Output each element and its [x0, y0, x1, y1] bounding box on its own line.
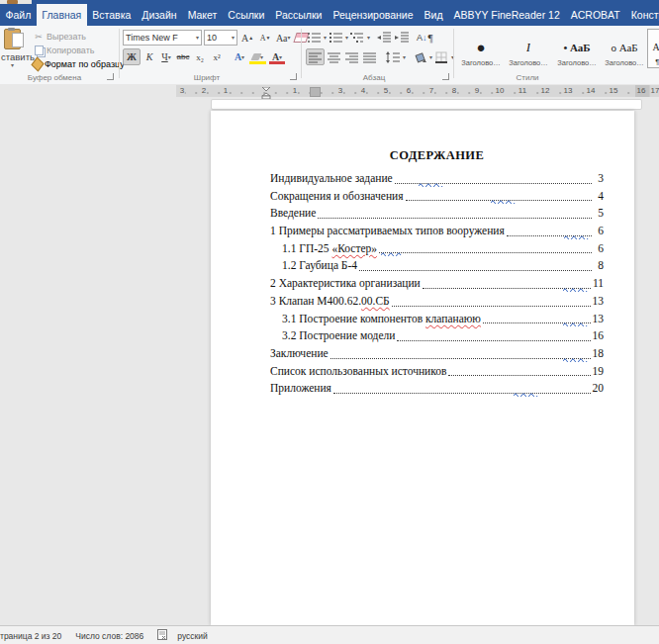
tab-home[interactable]: Главная: [37, 4, 87, 26]
align-left-button[interactable]: [306, 48, 325, 65]
tab-constructor[interactable]: Конструктор: [625, 4, 659, 26]
ruler-number: 12: [540, 85, 551, 97]
style-item-heading1[interactable]: ● Заголово…: [457, 29, 505, 68]
toc-entry-text: 2 Характеристика организации: [270, 275, 421, 293]
format-painter-button[interactable]: Формат по образцу: [33, 57, 118, 71]
document-body: СОДЕРЖАНИЕ Индивидуальное задание 3 Сокр…: [211, 111, 634, 398]
style-preview: о АаБ: [611, 37, 637, 58]
toc-page-number: 18: [593, 345, 605, 363]
italic-button[interactable]: К: [141, 49, 157, 64]
style-item-heading2[interactable]: I Заголово…: [506, 29, 551, 68]
dot-leader: [330, 357, 591, 359]
style-item-heading3[interactable]: • АаБ Заголово…: [552, 29, 602, 68]
tab-mailings[interactable]: Рассылки: [270, 4, 328, 26]
grammar-wavy-underline: [563, 287, 589, 292]
numbered-list-button[interactable]: [328, 30, 344, 45]
ruler-number: 9: [474, 85, 480, 97]
font-color-button[interactable]: А ▾: [268, 49, 286, 64]
toc-row: 3 Клапан М400.62. 00.СБ 13: [270, 293, 604, 311]
superscript-button[interactable]: х²: [209, 49, 225, 64]
style-item-heading4[interactable]: о АаБ Заголово…: [603, 29, 646, 68]
toc-row: Индивидуальное задание 3: [270, 170, 604, 188]
style-item-normal[interactable]: АаБбВвГг, ¶ Обычный: [647, 29, 659, 68]
ruler-number: 10: [495, 85, 506, 97]
tab-references[interactable]: Ссылки: [223, 4, 270, 26]
ruler-number: 8: [451, 85, 457, 97]
shading-button[interactable]: [412, 49, 428, 64]
justify-button[interactable]: [361, 49, 378, 64]
toc-page-number: 13: [593, 311, 605, 328]
toc-row: Список использованных источников 19: [270, 363, 604, 381]
ruler-number: 15: [609, 85, 619, 97]
group-paragraph: ▾ ▾ ▾ А↓ ¶: [304, 26, 452, 83]
cut-button[interactable]: ✂ Вырезать: [33, 30, 118, 44]
shading-caret-icon: ▾: [429, 54, 432, 60]
copy-button[interactable]: Копировать: [33, 44, 118, 57]
strikethrough-button[interactable]: abc: [175, 49, 191, 64]
word-count[interactable]: Число слов: 2086: [75, 631, 143, 641]
style-label: ¶ Обычный: [655, 57, 659, 66]
increase-indent-button[interactable]: [394, 30, 411, 45]
highlight-color-button[interactable]: ▾: [248, 49, 267, 64]
copy-label: Копировать: [47, 46, 94, 55]
grow-font-letter: А: [241, 33, 248, 44]
ruler-tab-stop-marker[interactable]: [310, 87, 321, 97]
line-spacing-button[interactable]: [385, 49, 402, 64]
tab-abbyy-finereader[interactable]: ABBYY FineReader 12: [448, 4, 565, 26]
paste-button[interactable]: ставить ▾: [1, 29, 31, 78]
font-family-combo[interactable]: Times New F ▾: [123, 30, 202, 46]
show-paragraph-marks-button[interactable]: ¶: [428, 32, 433, 44]
tab-insert[interactable]: Вставка: [87, 4, 137, 26]
dot-leader: [395, 182, 592, 184]
toc-entry-text: Заключение: [270, 345, 329, 363]
grow-font-button[interactable]: А▲: [239, 31, 255, 46]
paragraph-dialog-launcher[interactable]: [442, 73, 449, 80]
font-size-combo[interactable]: 10 ▾: [204, 30, 237, 46]
dot-leader: [483, 322, 591, 323]
style-label: Заголово…: [509, 58, 547, 67]
underline-button[interactable]: Ч▾: [158, 49, 174, 64]
font-dialog-launcher[interactable]: [290, 73, 297, 80]
grammar-wavy-underline: [563, 322, 589, 326]
borders-button[interactable]: [433, 49, 450, 64]
toc-entry-text: 1 Примеры рассматриваемых типов вооружен…: [270, 223, 505, 240]
shrink-font-button[interactable]: А▼: [257, 31, 273, 46]
sort-button[interactable]: А↓: [417, 33, 427, 43]
language-indicator[interactable]: русский: [177, 631, 208, 641]
cut-label: Вырезать: [47, 32, 86, 42]
change-case-button[interactable]: Аа▾: [275, 31, 292, 46]
toc-page-number: 5: [594, 205, 604, 223]
toc-entry-text: Индивидуальное задание: [270, 170, 393, 188]
clipboard-dialog-launcher[interactable]: [107, 73, 114, 80]
text-effects-button[interactable]: А▾: [232, 49, 247, 64]
toc-entry-text: 1.2 Гаубица Б-4: [282, 257, 357, 275]
tab-view[interactable]: Вид: [419, 4, 448, 26]
group-styles: ● Заголово… I Заголово… • АаБ Заголово… …: [455, 26, 659, 83]
subscript-button[interactable]: х₂: [192, 49, 208, 64]
ruler-number: 16: [636, 85, 647, 97]
toc-entry-text: 3.2 Построение модели: [282, 327, 395, 345]
ribbon: ставить ▾ ✂ Вырезать Копировать Формат п…: [0, 26, 659, 85]
document-page[interactable]: СОДЕРЖАНИЕ Индивидуальное задание 3 Сокр…: [211, 111, 634, 625]
proofing-status-icon[interactable]: [157, 628, 167, 643]
toc-page-number: 4: [594, 188, 604, 206]
bullet-list-button[interactable]: [306, 30, 323, 45]
sort-arrow-icon: ↓: [423, 33, 427, 43]
tab-design[interactable]: Дизайн: [137, 4, 182, 26]
tab-layout[interactable]: Макет: [182, 4, 223, 26]
tab-review[interactable]: Рецензирование: [328, 4, 419, 26]
bullet-list-caret-icon: ▾: [324, 35, 327, 41]
font-size-caret-icon: ▾: [232, 35, 235, 41]
bold-button[interactable]: Ж: [123, 48, 141, 65]
decrease-indent-button[interactable]: [376, 30, 393, 45]
ruler-number: 14: [586, 85, 597, 97]
align-right-button[interactable]: [343, 49, 360, 64]
toc-page-number: 20: [593, 380, 605, 398]
ruler-number: 17: [650, 85, 659, 97]
page-indicator[interactable]: траница 2 из 20: [0, 631, 61, 641]
tab-acrobat[interactable]: ACROBAT: [565, 4, 625, 26]
align-center-button[interactable]: [326, 49, 342, 64]
multilevel-list-button[interactable]: [349, 30, 366, 45]
toc-entry-text: Сокращения и обозначения: [270, 188, 404, 206]
tab-file[interactable]: Файл: [0, 4, 37, 26]
